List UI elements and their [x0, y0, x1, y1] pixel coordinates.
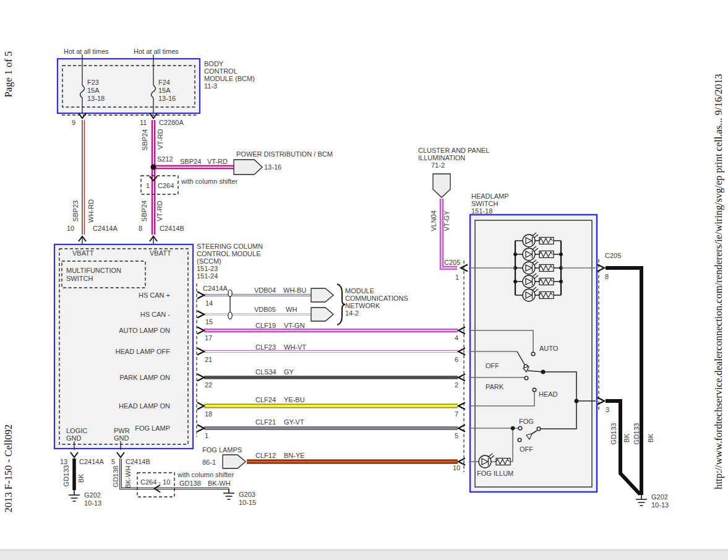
pin-8-c205: 8	[605, 273, 609, 281]
sccm-pwr-gnd-1: PWR	[114, 427, 130, 435]
fog-lamps-connector-arrow	[223, 455, 246, 468]
sccm-logic-gnd-1: LOGIC	[66, 427, 87, 435]
wiring-diagram-page: Page 1 of 5 2013 F-150 - Cell092 http://…	[0, 0, 728, 560]
sccm-logic-gnd-2: GND	[66, 434, 81, 442]
wire-vln04-vt-gy	[442, 199, 457, 268]
sccm-vbatt-right: VBATT	[150, 249, 171, 257]
margin-url: http://www.fordtechservice.dealerconnect…	[714, 74, 724, 489]
sccm-pwr-gnd-2: GND	[114, 434, 129, 442]
circuit-vdb05: VDB05	[254, 306, 276, 314]
hot-at-all-times-right: Hot at all times	[134, 48, 179, 56]
fog-illum-label: FOG ILLUM	[477, 470, 513, 478]
circuit-cls34: CLS34	[255, 368, 276, 376]
network-title-3: NETWORK	[345, 302, 380, 310]
label-sbp24-branch: SBP24	[180, 158, 201, 166]
connector-c2414a-network: C2414A	[203, 285, 228, 293]
sccm-title-1: STEERING COLUMN	[197, 243, 263, 251]
wire-gd133-bk-right	[606, 268, 641, 495]
wire-sbp23-wh-rd	[82, 120, 84, 235]
splice-s212-dot	[151, 165, 156, 170]
switch-pin-arrows	[458, 265, 468, 465]
hot-at-all-times-left: Hot at all times	[64, 48, 109, 56]
sccm-ground-arrows	[71, 452, 124, 457]
fog-contact	[518, 426, 522, 430]
c264-bottom-note: with column shifter	[178, 471, 234, 479]
pin-17: 17	[205, 334, 212, 342]
pin-5-bottom: 5	[111, 458, 115, 466]
pin-2: 2	[455, 381, 458, 389]
ground-g202-left-name: G202	[84, 491, 101, 499]
ground-g202-right	[636, 495, 647, 506]
sccm-title-5: 151-24	[197, 272, 218, 280]
network-title-2: COMMUNICATIONS	[345, 295, 408, 303]
label-bk-right-1: BK	[623, 434, 630, 443]
bcm-title-1: BODY	[204, 60, 223, 68]
label-vt-rd-lower: VT-RD	[156, 201, 163, 222]
label-bk-wh-horizontal: BK-WH	[208, 480, 231, 488]
pin-18: 18	[205, 410, 212, 418]
connector-c2414a-top: C2414A	[93, 225, 118, 233]
sccm-title-4: 151-23	[197, 265, 218, 273]
pin-6: 6	[455, 356, 458, 364]
bcm-title-3: MODULE (BCM)	[204, 75, 255, 83]
ground-g203	[223, 489, 234, 500]
switch-position-fog: FOG	[519, 418, 534, 426]
power-distribution-connector-arrow	[234, 160, 262, 174]
bcm-pin-11: 11	[140, 119, 147, 127]
fuse-f24-ref: 13-16	[158, 95, 176, 103]
connector-c2280a: C2280A	[159, 119, 184, 127]
fuse-f24-amp: 15A	[158, 87, 171, 95]
wire-clf23-wh-vt	[204, 350, 458, 351]
c264-top-note: with column shifter	[181, 178, 238, 186]
ground-g202-left-ref: 10-13	[84, 499, 101, 507]
network-title-1: MODULE	[345, 287, 374, 295]
scrollbar-track[interactable]	[0, 549, 728, 560]
pin-5: 5	[455, 432, 458, 440]
code-wh: WH	[286, 306, 297, 314]
fog-lamps-title: FOG LAMPS	[202, 446, 242, 454]
pin-1-c205: 1	[455, 274, 459, 282]
margin-page-number: Page 1 of 5	[4, 51, 14, 98]
code-vt-gn: VT-GN	[284, 322, 305, 330]
headlamp-switch-title-2: SWITCH	[471, 200, 498, 208]
circuit-clf19: CLF19	[255, 322, 276, 330]
headlamp-switch-title-1: HEADLAMP	[471, 192, 509, 200]
bcm-title-2: CONTROL	[204, 67, 238, 75]
code-vt-gy: VT-GY	[443, 210, 450, 231]
switch-position-park: PARK	[486, 383, 503, 391]
c264-top-pin: 1	[146, 182, 150, 190]
switch-position-off: OFF	[486, 362, 499, 370]
ground-g203-name: G203	[239, 491, 255, 499]
network-connector-arrow-1	[311, 288, 333, 302]
multifunction-switch-label-2: SWITCH	[66, 275, 93, 283]
sccm-pin-arrows	[197, 292, 204, 432]
pin-10-switch: 10	[453, 464, 460, 472]
ground-g202-left	[69, 490, 80, 501]
fuse-f24-name: F24	[158, 79, 170, 87]
pin-10: 10	[67, 225, 74, 233]
label-vt-rd-branch: VT-RD	[207, 158, 228, 166]
sccm-hs-can-plus: HS CAN +	[84, 291, 170, 299]
fog-lamps-ref: 86-1	[202, 459, 216, 467]
circuit-vln04: VLN04	[430, 210, 437, 231]
connector-c205-left: C205	[444, 259, 460, 267]
ground-g203-ref: 10-15	[239, 499, 256, 507]
circuit-clf24: CLF24	[255, 396, 276, 404]
splice-s212: S212	[157, 155, 173, 163]
fuse-f23-ref: 13-18	[87, 95, 105, 103]
bcm-module-box	[58, 59, 200, 115]
code-bn-ye: BN-YE	[284, 452, 305, 460]
code-wh-vt: WH-VT	[284, 343, 306, 351]
multifunction-switch-label-1: MULTIFUNCTION	[66, 267, 121, 275]
bcm-output-arrows	[79, 113, 157, 118]
label-bk-right-2: BK	[648, 434, 654, 443]
label-sbp23: SBP23	[72, 200, 79, 222]
c264-top-name: C264	[158, 182, 174, 190]
switch-position-auto: AUTO	[539, 345, 558, 353]
label-gd133-left: GD133	[63, 465, 70, 487]
network-brace	[337, 284, 345, 325]
label-sbp24-upper: SBP24	[142, 129, 148, 150]
pin-3-c205: 3	[606, 406, 609, 414]
label-gd133-right-1: GD133	[610, 423, 617, 445]
circuit-clf21: CLF21	[255, 418, 276, 426]
